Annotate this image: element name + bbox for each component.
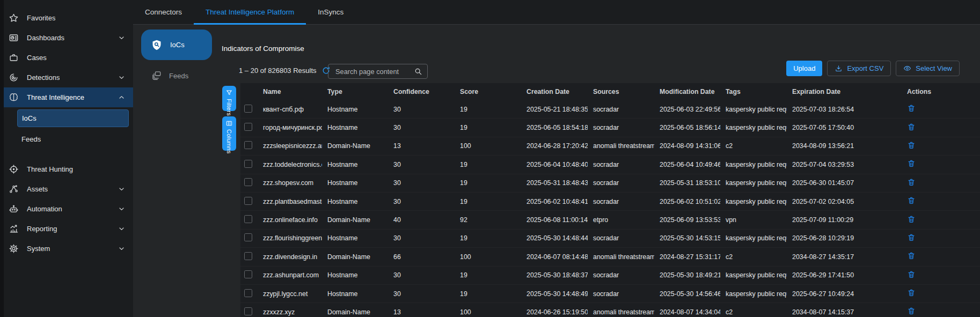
sidebar-item-threat-intelligence[interactable]: Threat Intelligence bbox=[0, 87, 133, 107]
cell-tags: kaspersky public requ bbox=[720, 290, 787, 298]
column-header-name[interactable]: Name bbox=[257, 88, 322, 95]
sidebar-item-dashboards[interactable]: Dashboards bbox=[0, 28, 133, 48]
trash-icon[interactable] bbox=[907, 289, 916, 297]
trash-icon[interactable] bbox=[907, 215, 916, 224]
column-header-type[interactable]: Type bbox=[322, 88, 388, 95]
results-summary: 1 – 20 of 826803 Results bbox=[239, 65, 331, 75]
row-checkbox[interactable] bbox=[244, 289, 252, 297]
trash-icon[interactable] bbox=[907, 178, 916, 187]
search-box[interactable] bbox=[328, 64, 428, 79]
trash-icon[interactable] bbox=[907, 123, 916, 131]
tab-connectors[interactable]: Connectors bbox=[133, 0, 194, 24]
cell-sources: socradar bbox=[588, 161, 654, 168]
sidebar-item-detections[interactable]: Detections bbox=[0, 68, 133, 87]
row-checkbox[interactable] bbox=[244, 197, 252, 205]
upload-button[interactable]: Upload bbox=[786, 61, 822, 76]
trash-icon[interactable] bbox=[907, 307, 916, 315]
table-row-row-8[interactable]: zzz.flourishinggreens Hostname 30 19 202… bbox=[240, 230, 980, 248]
sidebar-item-feeds[interactable]: Feeds bbox=[0, 129, 133, 149]
table-row-row-10[interactable]: zzz.ashunpart.com Hostname 30 19 2025-05… bbox=[240, 267, 980, 285]
cell-sources: socradar bbox=[588, 234, 654, 242]
cell-sources: socradar bbox=[588, 198, 654, 205]
cell-expiration-date: 2034-08-09 13:56:21 bbox=[787, 142, 902, 150]
page-title: Indicators of Compromise bbox=[222, 45, 304, 53]
subnav-item-iocs[interactable]: IoCs bbox=[141, 30, 212, 60]
table-row-row-1[interactable]: квант-спб.рф Hostname 30 19 2025-05-21 1… bbox=[240, 100, 980, 119]
filters-button[interactable]: Filters bbox=[222, 86, 236, 111]
cell-creation-date: 2024-06-07 08:14:48 bbox=[521, 253, 588, 261]
trash-icon[interactable] bbox=[907, 141, 916, 150]
system-icon bbox=[9, 244, 19, 254]
cell-expiration-date: 2025-06-30 01:45:07 bbox=[787, 179, 902, 187]
column-header-sources[interactable]: Sources bbox=[588, 88, 654, 95]
sidebar-item-system[interactable]: System bbox=[0, 239, 133, 259]
sidebar-item-automation[interactable]: Automation bbox=[0, 199, 133, 219]
row-checkbox[interactable] bbox=[244, 270, 252, 278]
row-checkbox[interactable] bbox=[244, 141, 252, 149]
table-row-row-11[interactable]: zzypjl.lygcc.net Hostname 30 19 2025-05-… bbox=[240, 285, 980, 303]
column-header-score[interactable]: Score bbox=[455, 88, 521, 95]
cell-creation-date: 2025-05-30 14:48:44 bbox=[521, 234, 588, 242]
row-checkbox[interactable] bbox=[244, 215, 252, 223]
cell-confidence: 40 bbox=[388, 216, 455, 224]
tab-threat-intelligence-platform[interactable]: Threat Intelligence Platform bbox=[194, 0, 306, 24]
cell-score: 19 bbox=[455, 271, 521, 279]
table-body: квант-спб.рф Hostname 30 19 2025-05-21 1… bbox=[240, 100, 980, 317]
table-row-row-12[interactable]: zzxxzz.xyz Domain-Name 13 100 2024-06-26… bbox=[240, 303, 980, 317]
cell-score: 19 bbox=[455, 234, 521, 242]
chevron-down-icon bbox=[118, 245, 126, 253]
row-checkbox[interactable] bbox=[244, 160, 252, 168]
export-csv-button[interactable]: Export CSV bbox=[827, 61, 891, 76]
table-row-row-2[interactable]: город-мичуринск.рф Hostname 30 19 2025-0… bbox=[240, 119, 980, 137]
cell-sources: socradar bbox=[588, 271, 654, 279]
sidebar-item-favorites[interactable]: Favorites bbox=[0, 8, 133, 28]
cell-score: 92 bbox=[455, 216, 521, 224]
trash-icon[interactable] bbox=[907, 159, 916, 168]
sidebar-item-reporting[interactable]: Reporting bbox=[0, 219, 133, 239]
trash-icon[interactable] bbox=[907, 270, 916, 279]
sidebar-item-cases[interactable]: Cases bbox=[0, 48, 133, 68]
cell-tags: kaspersky public requ bbox=[720, 234, 787, 242]
cell-score: 100 bbox=[455, 253, 521, 261]
trash-icon[interactable] bbox=[907, 104, 916, 113]
sidebar-item-iocs[interactable]: IoCs bbox=[17, 109, 129, 127]
tabbar: Connectors Threat Intelligence Platform … bbox=[133, 0, 980, 25]
trash-icon[interactable] bbox=[907, 233, 916, 242]
cell-tags: kaspersky public requ bbox=[720, 106, 787, 113]
select-view-button[interactable]: Select View bbox=[896, 61, 960, 76]
column-header-confidence[interactable]: Confidence bbox=[388, 88, 455, 95]
cell-type: Hostname bbox=[322, 290, 388, 298]
row-checkbox[interactable] bbox=[244, 123, 252, 131]
cell-expiration-date: 2034-08-27 14:35:17 bbox=[787, 253, 902, 261]
row-checkbox[interactable] bbox=[244, 105, 252, 113]
search-input[interactable] bbox=[334, 67, 414, 76]
subnav-item-feeds[interactable]: Feeds bbox=[141, 67, 212, 85]
trash-icon[interactable] bbox=[907, 252, 916, 260]
column-header-tags[interactable]: Tags bbox=[720, 88, 787, 95]
table-row-row-3[interactable]: zzzsleepisnicezzz.ar Domain-Name 13 100 … bbox=[240, 137, 980, 156]
table-row-row-7[interactable]: zzz.onlineface.info Domain-Name 40 92 20… bbox=[240, 211, 980, 229]
sidebar-item-assets[interactable]: Assets bbox=[0, 179, 133, 199]
row-checkbox[interactable] bbox=[244, 252, 252, 260]
trash-icon[interactable] bbox=[907, 196, 916, 205]
column-header-modification-date[interactable]: Modification Date bbox=[654, 88, 720, 95]
row-checkbox[interactable] bbox=[244, 178, 252, 186]
column-header-creation-date[interactable]: Creation Date bbox=[521, 88, 588, 95]
cell-type: Hostname bbox=[322, 161, 388, 168]
cell-type: Hostname bbox=[322, 124, 388, 131]
columns-button[interactable]: Columns bbox=[222, 116, 236, 151]
table-row-row-6[interactable]: zzz.plantbasedmaste Hostname 30 19 2025-… bbox=[240, 193, 980, 211]
column-header-expiration-date[interactable]: Expiration Date bbox=[787, 88, 902, 95]
cell-name: zzz.ashunpart.com bbox=[257, 271, 322, 279]
sidebar-item-threat-hunting[interactable]: Threat Hunting bbox=[0, 159, 133, 179]
cell-name: zzz.toddelectronics.c bbox=[257, 161, 322, 168]
table-row-row-9[interactable]: zzz.divendesign.in Domain-Name 66 100 20… bbox=[240, 248, 980, 266]
table-row-row-5[interactable]: zzz.shopesv.com Hostname 30 19 2025-05-3… bbox=[240, 174, 980, 193]
tab-insyncs[interactable]: InSyncs bbox=[306, 0, 355, 24]
cell-expiration-date: 2025-06-28 10:29:19 bbox=[787, 234, 902, 242]
table-row-row-4[interactable]: zzz.toddelectronics.c Hostname 30 19 202… bbox=[240, 156, 980, 174]
row-checkbox[interactable] bbox=[244, 307, 252, 315]
cell-tags: c2 bbox=[720, 308, 787, 316]
cell-creation-date: 2025-06-02 10:48:41 bbox=[521, 198, 588, 205]
row-checkbox[interactable] bbox=[244, 233, 252, 241]
